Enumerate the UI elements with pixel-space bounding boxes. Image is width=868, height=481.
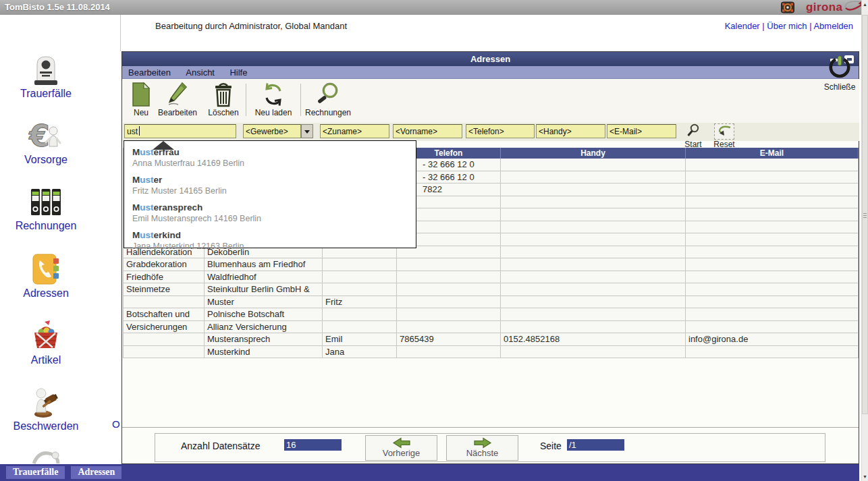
table-cell[interactable]	[501, 346, 686, 359]
zuname-field[interactable]	[320, 124, 389, 138]
table-cell[interactable]	[501, 208, 686, 221]
table-cell[interactable]: Steinkultur Berlin GmbH &	[205, 283, 323, 296]
table-cell[interactable]	[501, 183, 686, 196]
table-cell[interactable]	[397, 258, 501, 271]
table-cell[interactable]	[686, 321, 859, 334]
toolbar-löschen[interactable]: Löschen	[205, 82, 242, 117]
link-kalender[interactable]: Kalender	[725, 21, 760, 31]
table-cell[interactable]: Grabdekoration	[123, 258, 205, 271]
table-cell[interactable]	[323, 258, 397, 271]
toolbar-neu[interactable]: Neu	[128, 82, 154, 117]
table-cell[interactable]	[323, 321, 397, 334]
table-cell[interactable]	[686, 171, 859, 184]
autocomplete-item[interactable]: MusterfrauAnna Musterfrau 14169 Berlin	[132, 146, 416, 169]
table-row[interactable]: MusterFritz	[123, 296, 859, 309]
table-cell[interactable]	[501, 283, 686, 296]
table-cell[interactable]	[686, 308, 859, 321]
telefon-field[interactable]	[466, 124, 535, 138]
sidebar-item-adressen[interactable]: Adressen	[0, 252, 92, 300]
table-cell[interactable]	[501, 233, 686, 246]
table-cell[interactable]	[686, 296, 859, 309]
table-cell[interactable]	[501, 308, 686, 321]
table-cell[interactable]	[686, 196, 859, 209]
table-cell[interactable]	[397, 271, 501, 284]
taskbar-button-adressen[interactable]: Adressen	[71, 466, 121, 479]
table-cell[interactable]	[686, 221, 859, 234]
table-cell[interactable]: Fritz	[323, 296, 397, 309]
table-cell[interactable]	[397, 283, 501, 296]
table-cell[interactable]: Jana	[323, 346, 397, 359]
table-row[interactable]: GrabdekorationBlumenhaus am Friedhof	[123, 258, 859, 271]
table-cell[interactable]	[501, 159, 686, 171]
table-cell[interactable]	[686, 208, 859, 221]
gewerbe-combo-input[interactable]	[243, 124, 301, 138]
menu-ansicht[interactable]: Ansicht	[180, 67, 221, 79]
table-cell[interactable]: Musteransprech	[205, 333, 323, 346]
table-cell[interactable]: 7865439	[397, 333, 501, 346]
table-cell[interactable]: Friedhöfe	[123, 271, 205, 284]
menu-hilfe[interactable]: Hilfe	[223, 67, 253, 79]
sidebar-item-beschwerden[interactable]: Beschwerden	[0, 385, 92, 432]
table-cell[interactable]	[501, 296, 686, 309]
start-button[interactable]: Start	[678, 123, 709, 149]
email-field[interactable]	[607, 124, 676, 138]
sidebar-item-vorsorge[interactable]: €Vorsorge	[0, 118, 92, 166]
table-cell[interactable]	[397, 296, 501, 309]
table-cell[interactable]: Versicherungen	[123, 321, 205, 334]
handy-field[interactable]	[536, 124, 605, 138]
table-cell[interactable]	[686, 233, 859, 246]
table-cell[interactable]	[323, 271, 397, 284]
table-cell[interactable]	[123, 346, 205, 359]
window-titlebar[interactable]: Adressen	[122, 52, 859, 66]
table-cell[interactable]	[686, 258, 859, 271]
search-input[interactable]	[124, 124, 236, 138]
toolbar-neu-laden[interactable]: Neu laden	[250, 82, 296, 117]
sidebar-item-artikel[interactable]: Artikel	[0, 318, 92, 366]
autocomplete-item[interactable]: MusterkindJana Musterkind 12163 Berlin	[132, 229, 416, 252]
table-cell[interactable]	[397, 308, 501, 321]
table-row[interactable]: MusteransprechEmil78654390152.4852168inf…	[123, 333, 859, 346]
table-cell[interactable]	[686, 246, 859, 259]
table-cell[interactable]: Botschaften und	[123, 308, 205, 321]
table-cell[interactable]: Muster	[205, 296, 323, 309]
gewerbe-dropdown-arrow-icon[interactable]	[301, 124, 313, 138]
page-scrollbar[interactable]: ▲ ▼	[861, 0, 868, 481]
table-cell[interactable]: 0152.4852168	[501, 333, 686, 346]
table-cell[interactable]	[686, 183, 859, 196]
table-cell[interactable]	[123, 333, 205, 346]
table-row[interactable]: SteinmetzeSteinkultur Berlin GmbH &	[123, 283, 859, 296]
toolbar-rechnungen[interactable]: Rechnungen	[301, 82, 355, 117]
table-cell[interactable]: info@girona.de	[686, 333, 859, 346]
table-cell[interactable]	[686, 159, 859, 171]
table-cell[interactable]	[686, 346, 859, 359]
table-cell[interactable]: Allianz Versicherung	[205, 321, 323, 334]
table-cell[interactable]: Blumenhaus am Friedhof	[205, 258, 323, 271]
sidebar-item-rechnungen[interactable]: Rechnungen	[0, 184, 92, 232]
column-header-handy[interactable]: Handy	[501, 148, 686, 159]
table-cell[interactable]	[501, 258, 686, 271]
table-cell[interactable]: Musterkind	[205, 346, 323, 359]
link-über-mich[interactable]: Über mich	[767, 21, 807, 31]
table-cell[interactable]	[501, 321, 686, 334]
reset-button[interactable]: Reset	[709, 123, 740, 149]
table-cell[interactable]: Steinmetze	[123, 283, 205, 296]
table-cell[interactable]	[123, 296, 205, 309]
autocomplete-item[interactable]: MusteransprechEmil Musteransprech 14169 …	[132, 202, 416, 224]
vorname-field[interactable]	[393, 124, 462, 138]
table-row[interactable]: FriedhöfeWaldfriedhof	[123, 271, 859, 284]
table-cell[interactable]: Polnische Botschaft	[205, 308, 323, 321]
table-cell[interactable]	[323, 283, 397, 296]
previous-page-button[interactable]: Vorherige	[365, 435, 437, 461]
scrollbar-thumb[interactable]	[862, 15, 868, 414]
table-row[interactable]: MusterkindJana	[123, 346, 859, 359]
table-cell[interactable]	[501, 246, 686, 259]
link-abmelden[interactable]: Abmelden	[813, 21, 853, 31]
table-cell[interactable]	[323, 308, 397, 321]
table-cell[interactable]: Emil	[323, 333, 397, 346]
table-cell[interactable]	[686, 283, 859, 296]
table-row[interactable]: Botschaften undPolnische Botschaft	[123, 308, 859, 321]
taskbar-button-trauerfälle[interactable]: Trauerfälle	[6, 466, 65, 479]
toolbar-bearbeiten[interactable]: Bearbeiten	[153, 82, 202, 117]
table-cell[interactable]: Waldfriedhof	[205, 271, 323, 284]
table-cell[interactable]	[501, 171, 686, 184]
